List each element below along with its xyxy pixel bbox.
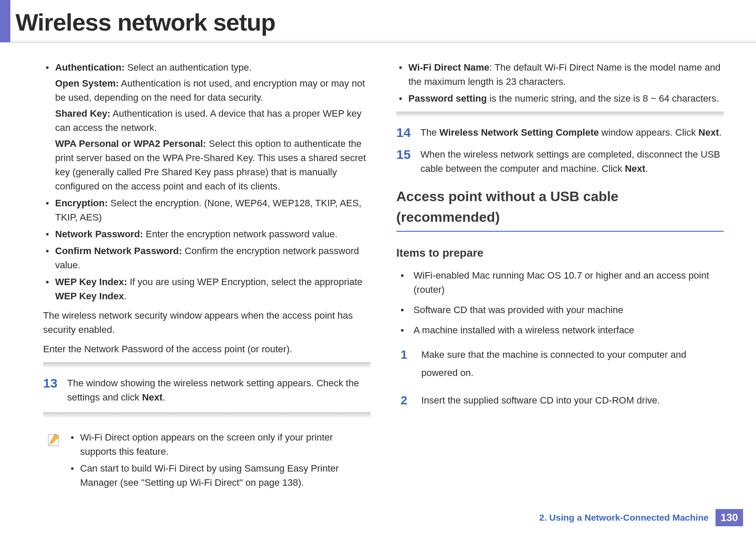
footer-chapter: 2. Using a Network-Connected Machine: [539, 512, 709, 523]
label: Network Password:: [55, 229, 143, 239]
step-14: 14 The Wireless Network Setting Complete…: [396, 125, 724, 140]
sub-shared-key: Shared Key: Authentication is used. A de…: [55, 106, 370, 135]
right-column: Wi-Fi Direct Name: The default Wi-Fi Dir…: [396, 60, 724, 492]
note-icon: [46, 432, 61, 447]
divider: [43, 362, 370, 368]
bold2: Next: [698, 127, 719, 138]
tail: .: [645, 163, 648, 174]
label: Wi-Fi Direct Name: [408, 62, 489, 73]
label: WEP Key Index:: [55, 276, 127, 287]
step-15: 15 When the wireless network settings ar…: [396, 147, 724, 176]
page-header: Wireless network setup: [0, 0, 756, 43]
step-body: Insert the supplied software CD into you…: [421, 391, 724, 410]
page-title: Wireless network setup: [16, 10, 275, 42]
divider: [43, 412, 370, 418]
sub-open-system: Open System: Authentication is not used,…: [55, 76, 370, 105]
bold: Next: [142, 392, 163, 403]
text: is the numeric string, and the size is 8…: [487, 93, 719, 104]
link[interactable]: "Setting up Wi-Fi Direct" on page 138: [141, 477, 298, 488]
step-body: The Wireless Network Setting Complete wi…: [420, 125, 724, 140]
step-2: 2 Insert the supplied software CD into y…: [396, 391, 724, 410]
bold-tail: WEP Key Index: [55, 291, 124, 301]
label: Confirm Network Password:: [55, 245, 182, 256]
para-enter-password: Enter the Network Password of the access…: [43, 342, 370, 356]
page-footer: 2. Using a Network-Connected Machine 130: [539, 509, 743, 526]
note-box: Wi-Fi Direct option appears on the scree…: [43, 426, 370, 492]
auth-bullet-list: Authentication: Select an authentication…: [43, 60, 370, 303]
sub-wpa: WPA Personal or WPA2 Personal: Select th…: [55, 137, 370, 193]
text-pre: The window showing the wireless network …: [67, 378, 359, 403]
step-number: 2: [401, 391, 421, 410]
step-number: 15: [396, 147, 420, 176]
bullet-password-setting: Password setting is the numeric string, …: [396, 91, 724, 106]
para-security-window: The wireless network security window app…: [43, 308, 370, 337]
step-number: 13: [43, 376, 67, 404]
step-number: 1: [401, 346, 421, 382]
pre: When the wireless network settings are c…: [420, 149, 720, 174]
tail: .: [162, 392, 165, 403]
divider: [396, 112, 724, 118]
text: If you are using WEP Encryption, select …: [127, 276, 362, 287]
bullet-authentication: Authentication: Select an authentication…: [43, 60, 370, 193]
content-area: Authentication: Select an authentication…: [0, 43, 756, 492]
header-accent: [0, 0, 10, 42]
page-number: 130: [716, 509, 743, 526]
step-body: Make sure that the machine is connected …: [421, 346, 724, 382]
section-heading-access-point: Access point without a USB cable (recomm…: [396, 186, 724, 232]
bullet-confirm-password: Confirm Network Password: Confirm the en…: [43, 244, 370, 272]
sub-heading-items-prepare: Items to prepare: [396, 245, 724, 261]
bold1: Wireless Network Setting Complete: [439, 127, 599, 138]
text: Select an authentication type.: [124, 62, 252, 73]
label: Open System:: [55, 78, 119, 89]
prepare-item: Software CD that was provided with your …: [396, 303, 724, 317]
bullet-wifi-direct-name: Wi-Fi Direct Name: The default Wi-Fi Dir…: [396, 60, 724, 89]
wifi-direct-bullets: Wi-Fi Direct Name: The default Wi-Fi Dir…: [396, 60, 724, 106]
bold: Next: [625, 163, 645, 174]
text: Enter the encryption network password va…: [143, 229, 337, 239]
step-body: The window showing the wireless network …: [67, 376, 370, 404]
prepare-item: A machine installed with a wireless netw…: [396, 323, 724, 337]
label: Shared Key:: [55, 108, 110, 119]
note-item-2: Can start to build Wi-Fi Direct by using…: [68, 461, 370, 490]
label: Password setting: [408, 93, 487, 104]
mid: window appears. Click: [599, 127, 698, 138]
bullet-wep-index: WEP Key Index: If you are using WEP Encr…: [43, 275, 370, 303]
bullet-network-password: Network Password: Enter the encryption n…: [43, 227, 370, 241]
tail: ).: [298, 477, 304, 488]
prepare-item: WiFi-enabled Mac running Mac OS 10.7 or …: [396, 268, 724, 297]
tail: .: [719, 127, 722, 138]
step-1: 1 Make sure that the machine is connecte…: [396, 346, 724, 382]
step-number: 14: [396, 125, 420, 140]
label: WPA Personal or WPA2 Personal:: [55, 138, 206, 149]
label: Authentication:: [55, 62, 124, 73]
pre: The: [420, 127, 439, 138]
label: Encryption:: [55, 198, 108, 208]
note-list: Wi-Fi Direct option appears on the scree…: [68, 430, 370, 492]
note-item-1: Wi-Fi Direct option appears on the scree…: [68, 430, 370, 459]
step-body: When the wireless network settings are c…: [420, 147, 724, 176]
step-13: 13 The window showing the wireless netwo…: [43, 376, 370, 404]
left-column: Authentication: Select an authentication…: [43, 60, 370, 492]
bullet-encryption: Encryption: Select the encryption. (None…: [43, 196, 370, 224]
prepare-list: WiFi-enabled Mac running Mac OS 10.7 or …: [396, 268, 724, 337]
tail: .: [124, 291, 127, 301]
